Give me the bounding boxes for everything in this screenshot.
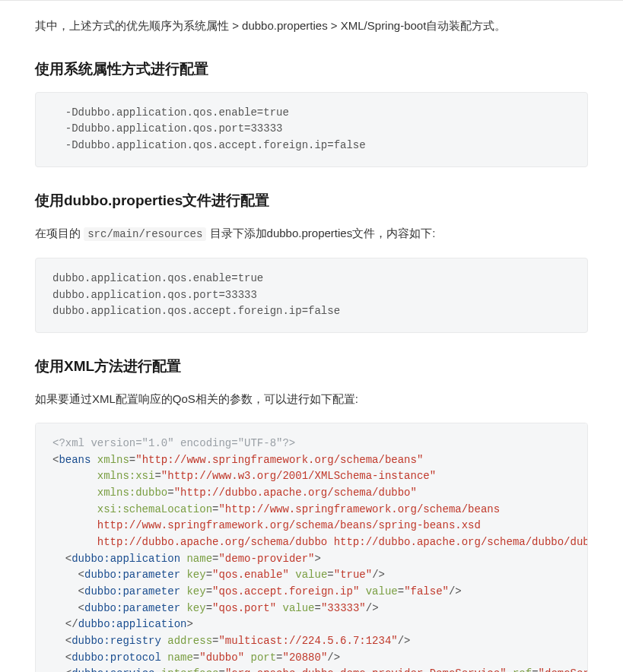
properties-paragraph: 在项目的 src/main/resources 目录下添加dubbo.prope… xyxy=(35,223,588,244)
inline-code-path: src/main/resources xyxy=(84,227,206,241)
xml-paragraph: 如果要通过XML配置响应的QoS相关的参数，可以进行如下配置: xyxy=(35,389,588,409)
intro-paragraph: 其中，上述方式的优先顺序为系统属性 > dubbo.properties > X… xyxy=(35,16,588,36)
code-properties: dubbo.application.qos.enable=true dubbo.… xyxy=(35,258,588,333)
heading-sysprops: 使用系统属性方式进行配置 xyxy=(35,57,588,81)
heading-xml: 使用XML方法进行配置 xyxy=(35,354,588,379)
para-text-after: 目录下添加dubbo.properties文件，内容如下: xyxy=(206,227,435,239)
heading-properties: 使用dubbo.properties文件进行配置 xyxy=(35,189,588,213)
top-divider xyxy=(0,0,623,1)
code-sysprops: -Ddubbo.application.qos.enable=true -Ddu… xyxy=(35,92,588,167)
para-text-before: 在项目的 xyxy=(35,227,84,239)
code-xml: <?xml version="1.0" encoding="UTF-8"?> <… xyxy=(35,423,588,672)
